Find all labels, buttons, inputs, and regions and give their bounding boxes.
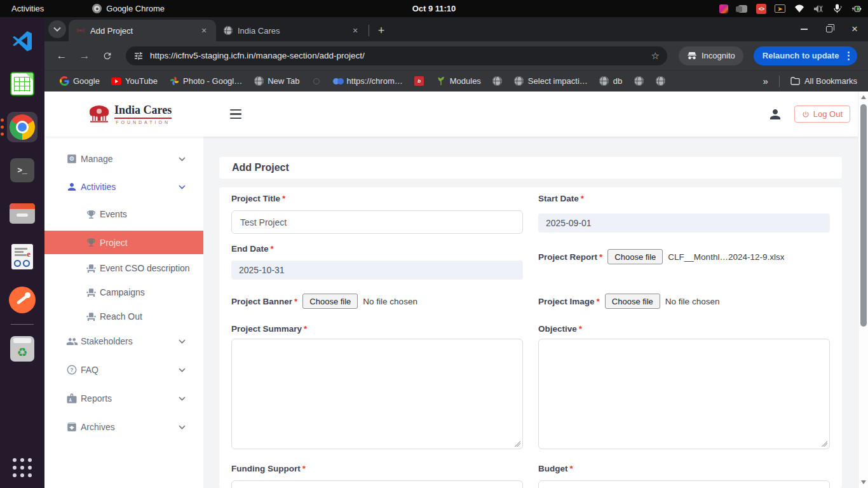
restore-button[interactable] bbox=[821, 21, 837, 37]
sidebar-item-event-cso-description[interactable]: Event CSO description bbox=[44, 259, 203, 277]
dock-app-grid[interactable] bbox=[7, 452, 37, 483]
bookmark-star-icon[interactable]: ☆ bbox=[651, 50, 660, 62]
browser-window: Add Project × India Cares × + × ← → bbox=[44, 17, 868, 488]
sidebar-item-project[interactable]: Project bbox=[44, 231, 203, 254]
page-scrollbar[interactable] bbox=[858, 92, 868, 488]
sidebar-item-faq[interactable]: ? FAQ bbox=[44, 360, 203, 379]
bookmark-youtube[interactable]: YouTube bbox=[107, 74, 162, 88]
sidebar-item-campaigns[interactable]: Campaigns bbox=[44, 283, 203, 301]
bookmark-item[interactable] bbox=[629, 74, 648, 88]
dock-libreoffice-calc[interactable] bbox=[7, 69, 37, 99]
project-banner-choose-file-button[interactable]: Choose file bbox=[302, 294, 358, 309]
dock-files[interactable] bbox=[7, 198, 37, 229]
project-summary-textarea[interactable] bbox=[231, 339, 523, 449]
sidebar-item-events[interactable]: Events bbox=[44, 205, 203, 223]
bookmarks-divider bbox=[779, 76, 780, 87]
bookmark-label: Modules bbox=[450, 76, 481, 86]
dock-divider bbox=[11, 324, 34, 325]
objective-textarea[interactable] bbox=[538, 339, 830, 449]
new-tab-button[interactable]: + bbox=[373, 22, 390, 39]
dock-terminal[interactable]: >_ bbox=[7, 155, 37, 186]
forward-button[interactable]: → bbox=[75, 46, 94, 65]
project-title-input[interactable] bbox=[231, 210, 523, 234]
anydesk-icon[interactable]: <> bbox=[756, 4, 766, 14]
close-window-button[interactable]: × bbox=[846, 21, 863, 37]
sidebar-item-archives[interactable]: Archives bbox=[44, 417, 203, 437]
bookmark-item[interactable] bbox=[651, 74, 670, 88]
close-tab-icon[interactable]: × bbox=[198, 25, 210, 36]
dock: >_ e ♻ bbox=[0, 17, 44, 488]
dock-chrome[interactable] bbox=[7, 112, 37, 142]
funding-support-input[interactable] bbox=[231, 480, 523, 488]
scroll-down-arrow[interactable] bbox=[861, 480, 866, 484]
budget-input[interactable] bbox=[538, 480, 830, 488]
globe-icon bbox=[514, 76, 524, 86]
field-label: Project Report* bbox=[538, 252, 602, 262]
sidebar-item-reports[interactable]: Reports bbox=[44, 389, 203, 408]
reload-button[interactable] bbox=[98, 46, 117, 65]
tab-add-project[interactable]: Add Project × bbox=[69, 20, 216, 41]
close-tab-icon[interactable]: × bbox=[349, 25, 361, 36]
site-favicon bbox=[76, 27, 85, 34]
bookmark-google-photos[interactable]: Photo - Googl… bbox=[165, 74, 247, 88]
sidebar-item-reach-out[interactable]: Reach Out bbox=[44, 308, 203, 325]
more-options-icon[interactable] bbox=[844, 51, 853, 60]
back-button[interactable]: ← bbox=[52, 46, 71, 65]
bookmark-google[interactable]: Google bbox=[55, 74, 104, 88]
app-grid-icon bbox=[13, 458, 32, 477]
bookmark-item[interactable] bbox=[488, 74, 507, 88]
color-app-icon[interactable] bbox=[718, 3, 729, 14]
dock-vscode[interactable] bbox=[7, 25, 37, 56]
volume-muted-icon[interactable] bbox=[813, 3, 824, 14]
sidebar-item-label: Reach Out bbox=[100, 311, 142, 322]
logout-button[interactable]: Log Out bbox=[794, 105, 850, 123]
wifi-icon[interactable] bbox=[794, 3, 804, 14]
chevron-down-icon bbox=[54, 28, 60, 31]
sidebar-toggle-button[interactable] bbox=[227, 107, 244, 122]
site-settings-icon[interactable] bbox=[133, 51, 144, 61]
clock[interactable]: Oct 9 11:10 bbox=[412, 4, 456, 13]
globe-icon bbox=[492, 76, 503, 86]
project-report-choose-file-button[interactable]: Choose file bbox=[607, 249, 663, 264]
minimize-button[interactable] bbox=[796, 21, 812, 37]
vscode-icon bbox=[10, 29, 34, 53]
bookmark-select-impact[interactable]: Select impacti… bbox=[510, 74, 592, 88]
logo-subtitle: Foundation bbox=[116, 120, 170, 125]
bookmark-item[interactable] bbox=[307, 74, 326, 88]
field-label: Project Banner* bbox=[231, 297, 297, 306]
tab-search-button[interactable] bbox=[48, 20, 66, 38]
relaunch-to-update-button[interactable]: Relaunch to update bbox=[754, 46, 858, 65]
bookmark-db[interactable]: db bbox=[595, 74, 627, 88]
project-image-choose-file-button[interactable]: Choose file bbox=[605, 294, 660, 309]
dock-postman[interactable] bbox=[7, 285, 37, 315]
microphone-icon[interactable] bbox=[832, 3, 843, 14]
sidebar-item-manage[interactable]: ⚙ Manage bbox=[44, 149, 203, 168]
battery-icon[interactable] bbox=[851, 3, 862, 14]
bookmark-label: db bbox=[613, 76, 622, 86]
bookmarks-overflow-button[interactable]: » bbox=[759, 74, 773, 88]
project-report-file-name: CLF__Monthl…2024-12-9.xlsx bbox=[668, 252, 784, 262]
bookmark-chrome-link[interactable]: https://chrom… bbox=[329, 74, 407, 88]
focused-app-menu[interactable]: Google Chrome bbox=[92, 4, 165, 13]
start-date-input[interactable] bbox=[538, 214, 830, 233]
chevron-down-icon bbox=[179, 396, 186, 401]
project-banner-file-status: No file chosen bbox=[363, 297, 417, 306]
india-cares-logo[interactable]: India Cares Foundation bbox=[88, 104, 172, 125]
screen-share-icon[interactable]: ➤ bbox=[775, 3, 785, 14]
all-bookmarks-button[interactable]: All Bookmarks bbox=[786, 74, 862, 88]
scrollbar-thumb[interactable] bbox=[860, 104, 867, 327]
bookmark-new-tab[interactable]: New Tab bbox=[249, 74, 304, 88]
bookmark-bajaj[interactable]: b bbox=[410, 74, 429, 88]
tab-india-cares[interactable]: India Cares × bbox=[216, 20, 367, 41]
dock-document-viewer[interactable]: e bbox=[7, 241, 37, 272]
bookmark-modules[interactable]: Modules bbox=[431, 74, 485, 88]
dock-trash[interactable]: ♻ bbox=[7, 334, 37, 364]
user-profile-icon[interactable] bbox=[768, 107, 783, 122]
activities-button[interactable]: Activities bbox=[0, 0, 55, 17]
sidebar-item-activities[interactable]: Activities bbox=[44, 177, 203, 196]
sidebar-item-stakeholders[interactable]: Stakeholders bbox=[44, 332, 203, 351]
address-bar[interactable]: https://icfnv5-staging.icfn.in/manage-se… bbox=[126, 46, 667, 65]
scroll-up-arrow[interactable] bbox=[861, 95, 866, 99]
chat-icon[interactable] bbox=[737, 3, 748, 14]
end-date-input[interactable] bbox=[231, 261, 523, 280]
